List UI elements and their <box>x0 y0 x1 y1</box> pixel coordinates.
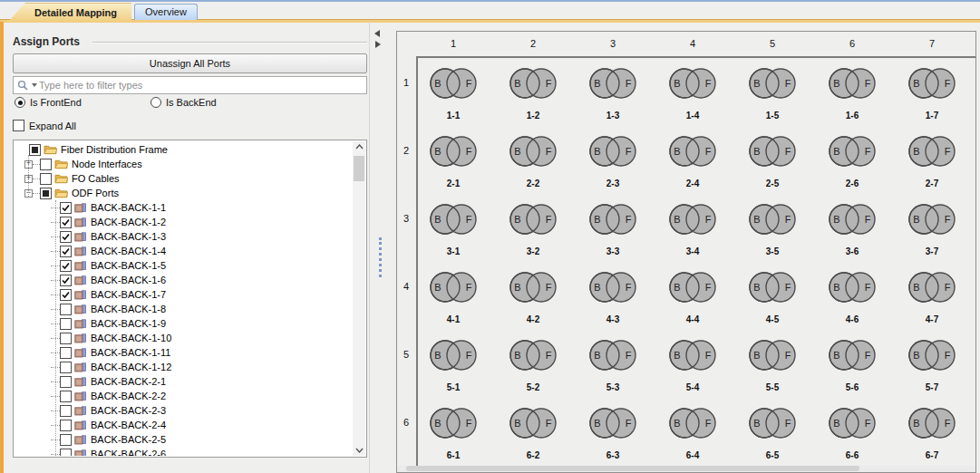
port-pair-icon[interactable]: BF <box>506 132 560 170</box>
radio-is-backend[interactable]: Is BackEnd <box>150 97 217 108</box>
tree-checkbox-none[interactable] <box>60 333 72 344</box>
tree-checkbox-none[interactable] <box>40 159 52 170</box>
tree-item-odf-ports[interactable]: −ODF Ports <box>15 186 353 200</box>
port-pair-icon[interactable]: BF <box>586 200 640 238</box>
tree-checkbox-partial[interactable] <box>40 188 52 199</box>
tree-scrollbar-thumb[interactable] <box>354 156 364 181</box>
tree-item-back-back-2-2[interactable]: BACK-BACK-2-2 <box>15 389 353 403</box>
port-pair-icon[interactable]: BF <box>745 132 800 170</box>
port-pair-icon[interactable]: BF <box>745 64 800 102</box>
tree-checkbox-checked[interactable] <box>60 217 72 228</box>
filter-input[interactable] <box>39 80 363 91</box>
port-pair-icon[interactable]: BF <box>745 336 800 374</box>
port-pair-icon[interactable]: BF <box>506 64 560 102</box>
port-pair-icon[interactable]: BF <box>426 200 480 238</box>
radio-button-unselected-icon[interactable] <box>150 97 161 108</box>
tree-item-back-back-1-3[interactable]: BACK-BACK-1-3 <box>15 229 353 244</box>
tree-item-back-back-1-6[interactable]: BACK-BACK-1-6 <box>15 273 353 287</box>
tree-item-back-back-1-8[interactable]: BACK-BACK-1-8 <box>15 302 353 316</box>
tree-checkbox-none[interactable] <box>60 420 72 431</box>
port-pair-icon[interactable]: BF <box>506 200 560 238</box>
tree-item-back-back-1-1[interactable]: BACK-BACK-1-1 <box>15 200 353 215</box>
tab-overview[interactable]: Overview <box>134 4 198 20</box>
scroll-down-icon[interactable] <box>353 445 365 456</box>
tree-checkbox-none[interactable] <box>60 405 72 417</box>
port-pair-icon[interactable]: BF <box>745 404 800 442</box>
port-pair-icon[interactable]: BF <box>905 404 959 442</box>
expand-all-checkbox-row[interactable]: Expand All <box>13 120 76 131</box>
port-pair-icon[interactable]: BF <box>426 64 480 102</box>
port-pair-icon[interactable]: BF <box>905 132 959 170</box>
tree-vertical-scrollbar[interactable] <box>353 141 365 456</box>
ports-tree[interactable]: Fiber Distribution Frame+Node Interfaces… <box>13 140 367 458</box>
collapse-right-icon[interactable] <box>375 41 381 48</box>
port-pair-icon[interactable]: BF <box>905 268 959 306</box>
tree-item-node-interfaces[interactable]: +Node Interfaces <box>15 157 353 171</box>
tree-item-back-back-1-12[interactable]: BACK-BACK-1-12 <box>15 360 353 374</box>
port-pair-icon[interactable]: BF <box>745 268 800 306</box>
filter-box[interactable] <box>13 76 367 94</box>
port-pair-icon[interactable]: BF <box>665 200 720 238</box>
tree-checkbox-none[interactable] <box>60 347 72 359</box>
tree-checkbox-checked[interactable] <box>60 289 72 301</box>
port-pair-icon[interactable]: BF <box>586 132 640 170</box>
tree-item-back-back-1-4[interactable]: BACK-BACK-1-4 <box>15 244 353 258</box>
port-pair-icon[interactable]: BF <box>665 132 720 170</box>
port-pair-icon[interactable]: BF <box>506 404 560 442</box>
port-pair-icon[interactable]: BF <box>426 268 480 306</box>
port-pair-icon[interactable]: BF <box>825 132 879 170</box>
port-pair-icon[interactable]: BF <box>426 404 480 442</box>
port-pair-icon[interactable]: BF <box>825 64 879 102</box>
port-pair-icon[interactable]: BF <box>905 200 959 238</box>
tree-item-back-back-1-5[interactable]: BACK-BACK-1-5 <box>15 258 353 273</box>
splitter-drag-handle[interactable] <box>379 237 382 277</box>
port-pair-icon[interactable]: BF <box>586 336 640 374</box>
filter-dropdown-caret-icon[interactable] <box>32 83 37 87</box>
tree-checkbox-checked[interactable] <box>60 246 72 257</box>
tree-checkbox-none[interactable] <box>60 318 72 330</box>
tree-checkbox-none[interactable] <box>40 173 52 185</box>
port-pair-icon[interactable]: BF <box>905 64 959 102</box>
port-pair-icon[interactable]: BF <box>905 336 959 374</box>
port-pair-icon[interactable]: BF <box>426 336 480 374</box>
tree-item-back-back-2-1[interactable]: BACK-BACK-2-1 <box>15 374 353 389</box>
grid-scrollbar-thumb[interactable] <box>406 466 859 471</box>
port-pair-icon[interactable]: BF <box>825 404 879 442</box>
unassign-all-ports-button[interactable]: Unassign All Ports <box>13 53 367 73</box>
port-pair-icon[interactable]: BF <box>665 404 720 442</box>
port-pair-icon[interactable]: BF <box>586 268 640 306</box>
radio-button-selected-icon[interactable] <box>15 97 25 108</box>
tree-checkbox-none[interactable] <box>60 449 72 457</box>
tree-item-back-back-2-6[interactable]: BACK-BACK-2-6 <box>15 447 353 456</box>
port-pair-icon[interactable]: BF <box>825 336 879 374</box>
tree-item-fo-cables[interactable]: +FO Cables <box>15 171 353 186</box>
tree-checkbox-checked[interactable] <box>60 275 72 286</box>
collapse-left-icon[interactable] <box>374 30 380 37</box>
tree-checkbox-none[interactable] <box>60 362 72 373</box>
tree-item-back-back-1-2[interactable]: BACK-BACK-1-2 <box>15 215 353 229</box>
port-pair-icon[interactable]: BF <box>426 132 480 170</box>
tree-item-back-back-1-7[interactable]: BACK-BACK-1-7 <box>15 287 353 302</box>
tree-checkbox-none[interactable] <box>60 434 72 446</box>
tree-item-back-back-1-11[interactable]: BACK-BACK-1-11 <box>15 345 353 360</box>
tree-item-back-back-1-9[interactable]: BACK-BACK-1-9 <box>15 316 353 331</box>
scroll-up-icon[interactable] <box>353 141 365 152</box>
port-pair-icon[interactable]: BF <box>586 404 640 442</box>
port-pair-icon[interactable]: BF <box>506 336 560 374</box>
tree-checkbox-none[interactable] <box>60 376 72 388</box>
radio-is-frontend[interactable]: Is FrontEnd <box>15 97 82 108</box>
tree-item-back-back-2-5[interactable]: BACK-BACK-2-5 <box>15 432 353 447</box>
tree-item-back-back-1-10[interactable]: BACK-BACK-1-10 <box>15 331 353 345</box>
port-pair-icon[interactable]: BF <box>825 268 879 306</box>
tree-item-back-back-2-4[interactable]: BACK-BACK-2-4 <box>15 418 353 432</box>
port-pair-icon[interactable]: BF <box>665 336 720 374</box>
tree-checkbox-checked[interactable] <box>60 260 72 272</box>
tree-checkbox-partial[interactable] <box>29 144 41 156</box>
port-pair-icon[interactable]: BF <box>506 268 560 306</box>
port-pair-icon[interactable]: BF <box>825 200 879 238</box>
port-pair-icon[interactable]: BF <box>665 64 720 102</box>
tree-checkbox-checked[interactable] <box>60 202 72 214</box>
tree-item-back-back-2-3[interactable]: BACK-BACK-2-3 <box>15 403 353 418</box>
port-pair-icon[interactable]: BF <box>745 200 800 238</box>
grid-horizontal-scrollbar[interactable] <box>397 466 975 472</box>
